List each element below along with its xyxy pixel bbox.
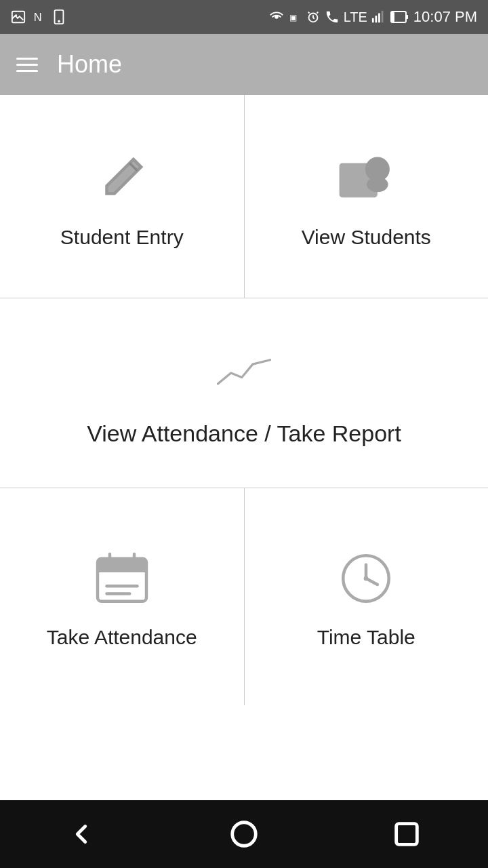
status-bar: N ▣ LTE 10:07 PM (0, 0, 488, 34)
status-icons-left: N (11, 9, 66, 24)
svg-rect-10 (378, 14, 380, 23)
call-icon (325, 9, 340, 24)
student-entry-button[interactable]: Student Entry (0, 95, 245, 298)
calendar-icon (88, 545, 156, 612)
signal-icon (371, 9, 386, 24)
view-students-label: View Students (302, 226, 431, 249)
svg-text:▣: ▣ (289, 13, 296, 22)
time-display: 10:07 PM (413, 8, 477, 26)
home-button[interactable] (217, 814, 271, 854)
battery-icon (390, 9, 409, 24)
svg-rect-20 (98, 568, 146, 572)
vibrate-icon: ▣ (288, 10, 302, 24)
recents-button[interactable] (380, 814, 434, 854)
time-table-label: Time Table (317, 626, 415, 649)
view-attendance-label: View Attendance / Take Report (87, 420, 401, 447)
top-row: Student Entry View Students (0, 95, 488, 298)
back-button[interactable] (54, 814, 108, 854)
n-status-icon: N (31, 9, 46, 24)
svg-rect-8 (372, 18, 374, 22)
svg-point-17 (367, 176, 388, 192)
alarm-icon (306, 9, 321, 24)
phone-status-icon (52, 9, 66, 24)
svg-point-28 (364, 576, 369, 581)
image-status-icon (11, 9, 26, 24)
svg-rect-30 (396, 824, 418, 845)
app-bar: Home (0, 34, 488, 95)
take-attendance-button[interactable]: Take Attendance (0, 488, 245, 705)
svg-rect-13 (392, 12, 394, 22)
svg-rect-14 (406, 15, 408, 19)
status-icons-right: ▣ LTE 10:07 PM (269, 8, 477, 26)
wifi-icon (269, 9, 284, 24)
svg-point-5 (275, 16, 278, 18)
main-content: Student Entry View Students View Attenda… (0, 95, 488, 800)
svg-rect-11 (381, 11, 383, 22)
student-entry-label: Student Entry (60, 226, 184, 249)
svg-rect-9 (375, 16, 377, 22)
take-attendance-label: Take Attendance (47, 626, 197, 649)
chart-icon (197, 339, 291, 407)
nav-bar (0, 800, 488, 868)
svg-point-4 (58, 21, 60, 22)
app-bar-title: Home (57, 50, 122, 79)
person-icon (332, 144, 400, 212)
time-table-button[interactable]: Time Table (245, 488, 489, 705)
network-label: LTE (344, 9, 367, 25)
clock-icon (332, 545, 400, 612)
view-students-button[interactable]: View Students (245, 95, 489, 298)
svg-text:N: N (34, 11, 42, 23)
view-attendance-button[interactable]: View Attendance / Take Report (0, 298, 488, 488)
bottom-row: Take Attendance Time Table (0, 488, 488, 705)
pencil-icon (88, 144, 156, 212)
hamburger-menu-button[interactable] (16, 58, 38, 72)
svg-point-29 (232, 823, 256, 846)
